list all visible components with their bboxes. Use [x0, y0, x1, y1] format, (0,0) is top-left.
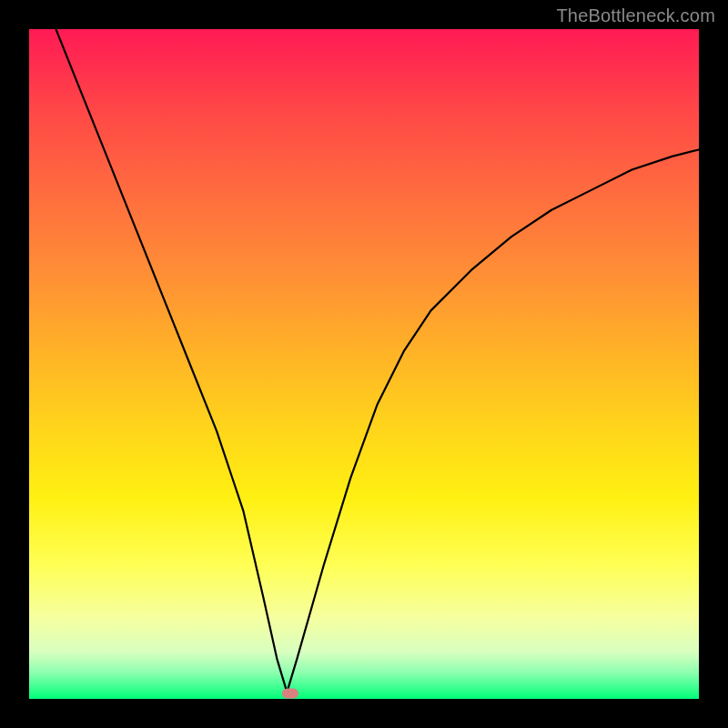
curve-svg — [29, 29, 699, 699]
watermark-text: TheBottleneck.com — [556, 5, 715, 26]
bottleneck-curve — [56, 29, 699, 693]
optimum-marker — [282, 689, 298, 699]
chart-frame: TheBottleneck.com — [0, 0, 728, 728]
plot-area — [29, 29, 699, 699]
